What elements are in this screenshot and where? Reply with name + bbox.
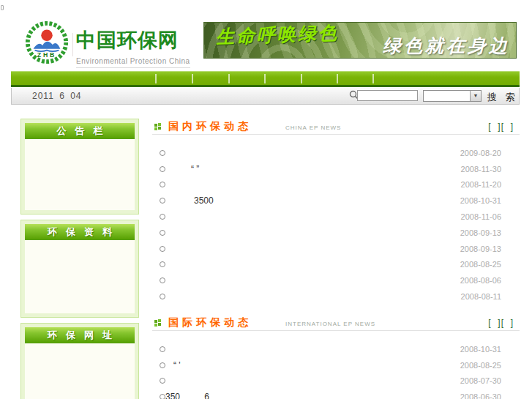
bullet-icon <box>160 378 165 384</box>
banner-slogan-left: 生命呼唤绿色 <box>215 22 339 49</box>
epc-emblem-icon: ZHB <box>24 20 70 65</box>
intl-news-list: 2008-10-31“ '2008-08-252008-07-30350 620… <box>152 341 520 399</box>
news-item-date: 2009-08-20 <box>460 149 501 157</box>
bullet-icon <box>160 346 165 352</box>
nav-separator <box>372 74 374 83</box>
section-header-china-news: 国内环保动态 CHINA EP NEWS [ ][ ] <box>152 119 520 135</box>
nav-separator <box>192 74 193 83</box>
news-item[interactable]: “ '2008-08-25 <box>152 357 520 373</box>
more-links[interactable]: [ ][ ] <box>488 122 514 132</box>
panel-body-announcements <box>25 139 135 210</box>
panel-body-ep-websites <box>25 343 135 399</box>
news-item[interactable]: 2008-08-11 <box>152 288 520 305</box>
news-item-title[interactable]: 3500 <box>194 195 214 206</box>
news-item-title[interactable]: “ ” <box>191 164 199 174</box>
news-item[interactable]: 2008-07-30 <box>152 373 520 389</box>
nav-separator <box>337 74 338 83</box>
news-item[interactable]: 350 62008-06-30 <box>152 389 520 399</box>
news-item-date: 2008-10-31 <box>460 345 501 354</box>
sidebar-panel-ep-materials: 环保资料 <box>20 220 139 318</box>
panel-header-ep-materials: 环保资料 <box>25 224 135 240</box>
news-item-date: 2008-07-30 <box>460 376 501 385</box>
news-item[interactable]: 2008-09-13 <box>152 225 520 241</box>
main-content: 国内环保动态 CHINA EP NEWS [ ][ ] 2009-08-20“ … <box>152 119 520 399</box>
bullet-icon <box>160 362 165 368</box>
news-item-date: 2008-10-31 <box>460 196 501 205</box>
news-item-date: 2008-06-30 <box>460 392 501 399</box>
sidebar-panel-announcements: 公告栏 <box>20 119 139 215</box>
chevron-down-icon[interactable]: ▼ <box>470 91 481 101</box>
section-subtitle-china: CHINA EP NEWS <box>285 124 341 131</box>
search-category-select[interactable]: ▼ <box>423 90 482 102</box>
section-title-intl: 国际环保动态 <box>168 316 252 329</box>
bullet-icon <box>160 230 165 236</box>
news-item-date: 2008-08-25 <box>460 260 501 269</box>
site-title: 中国环保网 <box>76 27 190 53</box>
section-title-china: 国内环保动态 <box>168 120 252 133</box>
section-subtitle-intl: INTERNATIONAL EP NEWS <box>285 321 375 327</box>
toolbar: 2011 6 04 ▼ 搜 索 <box>11 88 520 105</box>
nav-separator <box>155 74 157 83</box>
logo-text: ZHB <box>37 51 57 59</box>
bullet-icon <box>160 166 165 172</box>
news-item-date: 2008-11-20 <box>461 180 501 189</box>
news-item-date: 2008-11-06 <box>461 212 501 221</box>
news-item[interactable]: 2009-08-20 <box>152 145 520 161</box>
header-divider <box>72 33 73 56</box>
banner: 生命呼唤绿色 绿色就在身边 <box>203 22 517 59</box>
news-item-title[interactable]: 350 6 <box>165 392 209 399</box>
sidebar: 公告栏 环保资料 环保网址 <box>20 119 139 399</box>
news-item-date: 2008-09-13 <box>460 228 501 237</box>
news-item-date: 2008-08-25 <box>460 361 501 370</box>
site-subtitle: Environmental Protection China <box>76 57 190 68</box>
news-item-date: 2008-08-06 <box>460 276 501 285</box>
section-bullet-icon <box>154 123 162 130</box>
panel-body-ep-materials <box>25 240 135 313</box>
bullet-icon <box>160 277 165 283</box>
news-item[interactable]: 2008-08-25 <box>152 257 520 273</box>
sidebar-panel-ep-websites: 环保网址 <box>20 323 139 399</box>
news-item[interactable]: 2008-11-20 <box>152 177 520 193</box>
site-logo[interactable]: ZHB <box>24 20 70 65</box>
bullet-icon <box>160 261 165 267</box>
main-nav[interactable] <box>11 71 520 87</box>
news-item-date: 2008-11-30 <box>461 165 501 174</box>
bullet-icon <box>160 150 165 156</box>
news-item[interactable]: 35002008-10-31 <box>152 193 520 209</box>
nav-separator <box>228 74 230 83</box>
news-item-date: 2008-08-11 <box>461 292 501 301</box>
section-bullet-icon <box>154 319 162 327</box>
news-item[interactable]: “ ”2008-11-30 <box>152 161 520 177</box>
site-title-block: 中国环保网 Environmental Protection China <box>76 27 190 68</box>
news-item-date: 2008-09-13 <box>460 245 501 253</box>
sun-icon <box>41 30 53 42</box>
news-item[interactable]: 2008-11-06 <box>152 209 520 225</box>
nav-separator <box>264 74 266 83</box>
panel-header-announcements: 公告栏 <box>25 123 135 139</box>
nav-separator <box>301 74 302 83</box>
panel-header-ep-websites: 环保网址 <box>25 327 135 343</box>
news-item[interactable]: 2008-09-13 <box>152 241 520 257</box>
search-input[interactable] <box>357 90 418 101</box>
news-item[interactable]: 2008-08-06 <box>152 272 520 288</box>
broken-image-artifact <box>1 5 4 10</box>
more-links[interactable]: [ ][ ] <box>488 318 514 328</box>
banner-slogan-right: 绿色就在身边 <box>383 34 510 58</box>
bullet-icon <box>160 198 165 204</box>
bullet-icon <box>160 246 165 252</box>
news-item[interactable]: 2008-10-31 <box>152 341 520 357</box>
bullet-icon <box>160 214 165 220</box>
date-display: 2011 6 04 <box>32 91 82 101</box>
section-header-intl-news: 国际环保动态 INTERNATIONAL EP NEWS [ ][ ] <box>152 316 520 331</box>
china-news-list: 2009-08-20“ ”2008-11-302008-11-203500200… <box>152 145 520 305</box>
news-item-title[interactable]: “ ' <box>173 360 181 370</box>
bullet-icon <box>160 294 165 299</box>
bullet-icon <box>160 394 165 399</box>
bullet-icon <box>160 182 165 187</box>
search-button[interactable]: 搜 索 <box>487 91 518 104</box>
